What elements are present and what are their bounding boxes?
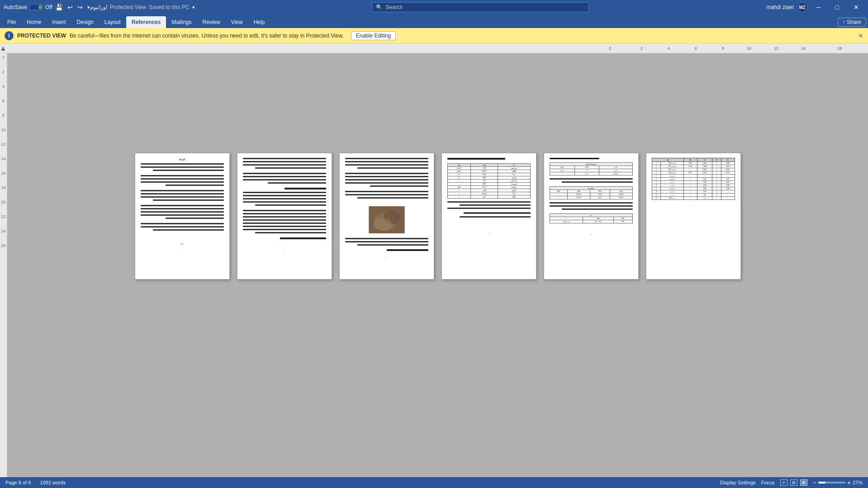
enable-editing-button[interactable]: Enable Editing — [351, 31, 396, 40]
page-5[interactable]: خصوصیات فیزیکی چگالی18.97g/cm³ سختی6موس … — [544, 153, 639, 280]
close-button[interactable]: ✕ — [848, 0, 864, 14]
page2-number: ۲ — [243, 249, 326, 251]
page3-footer-text — [387, 249, 428, 251]
tab-layout[interactable]: Layout — [99, 16, 126, 28]
page-6-content: A B C D E 1اورانیوم-2340.0052.46e5α4.858… — [646, 153, 740, 279]
page1-number: ۱ — [141, 246, 224, 248]
user-name: mahdi ziaei — [766, 4, 794, 10]
ruler-marker-14: 14 — [801, 46, 806, 51]
focus[interactable]: Focus — [761, 480, 775, 485]
zoom-control: − + 27% — [813, 479, 863, 486]
title-bar-right: mahdi ziaei MZ ─ □ ✕ — [766, 0, 864, 14]
tab-references[interactable]: References — [126, 16, 166, 28]
page-2[interactable]: ۲ — [237, 153, 332, 280]
display-settings[interactable]: Display Settings — [720, 480, 756, 485]
horizontal-ruler: ▲ 18 14 12 10 8 6 4 2 2 — [0, 43, 868, 53]
status-bar: Page 6 of 6 1092 words Display Settings … — [0, 477, 868, 488]
bold-heading — [285, 188, 326, 190]
ruler-marker-4: 4 — [668, 46, 670, 51]
status-bar-right: Display Settings Focus ≡ ⊞ ⊠ − + 27% — [720, 479, 863, 486]
protected-view-bar: i PROTECTED VIEW Be careful—files from t… — [0, 28, 868, 43]
search-icon: 🔍 — [376, 4, 383, 10]
autosave-state: Off — [45, 4, 52, 10]
protected-icon: i — [5, 31, 14, 40]
ruler-marker-10: 10 — [747, 46, 751, 51]
search-area: 🔍 Search — [195, 2, 766, 12]
user-initials: MZ — [799, 5, 805, 10]
share-button[interactable]: ↑ Share — [838, 18, 866, 27]
page6-number: ۶ — [652, 205, 735, 208]
bold-heading2 — [280, 237, 326, 239]
ruler-marker-2: 2 — [640, 46, 643, 51]
doc-filename: اورانیوم — [90, 4, 107, 10]
page5-table1: خصوصیات فیزیکی چگالی18.97g/cm³ سختی6موس … — [550, 162, 633, 175]
title-bar: AutoSave Off 💾 ↩ ↪ ▾ اورانیوم Protected … — [0, 0, 868, 14]
tab-home[interactable]: Home — [21, 16, 47, 28]
autosave-control[interactable]: AutoSave Off — [4, 4, 52, 10]
maximize-button[interactable]: □ — [830, 0, 844, 14]
page-1[interactable]: ابزارها — [135, 153, 230, 280]
page4-title — [447, 158, 506, 160]
protected-label: PROTECTED VIEW — [17, 33, 66, 39]
page3-number: ۳ — [345, 256, 428, 259]
quick-access-toolbar: 💾 ↩ ↪ ▾ — [55, 4, 90, 11]
undo-icon[interactable]: ↩ — [67, 4, 73, 11]
page-6[interactable]: A B C D E 1اورانیوم-2340.0052.46e5α4.858… — [646, 153, 741, 280]
zoom-slider-fill — [818, 482, 825, 483]
autosave-knob — [38, 5, 42, 9]
page5-table3: انرژی MeVJoule— 2003.2×10⁻¹¹هر شکافت — [550, 213, 633, 223]
tab-mailings[interactable]: Mailings — [166, 16, 197, 28]
minimize-button[interactable]: ─ — [811, 0, 826, 14]
share-icon: ↑ — [843, 19, 845, 25]
page1-title: ابزارها — [141, 158, 224, 161]
page5-table2: ایزوتوپ‌ها 234U235U238U236U 0.005%0.72%9… — [550, 186, 633, 199]
page6-table: A B C D E 1اورانیوم-2340.0052.46e5α4.858… — [652, 158, 735, 200]
ruler-marker-8: 8 — [722, 46, 724, 51]
protected-close-icon[interactable]: ✕ — [858, 32, 863, 39]
title-bar-left: AutoSave Off 💾 ↩ ↪ ▾ — [4, 4, 90, 11]
main-area: 2 2 4 6 8 10 12 14 16 18 20 22 24 26 ابز… — [0, 53, 868, 477]
page4-table1: نام مقدار واحد اورانیوم238g/mol چگالی18.… — [447, 163, 531, 199]
ruler-marker-12: 12 — [774, 46, 778, 51]
save-icon[interactable]: 💾 — [55, 4, 63, 11]
page-2-content: ۲ — [237, 153, 332, 279]
tab-review[interactable]: Review — [197, 16, 226, 28]
page-3-content: ۳ — [340, 153, 434, 279]
page3-image — [369, 206, 405, 233]
ruler-numbers: 18 14 12 10 8 6 4 2 2 — [4, 43, 864, 53]
view-icons: ≡ ⊞ ⊠ — [780, 479, 807, 486]
tab-help[interactable]: Help — [248, 16, 270, 28]
redo-icon[interactable]: ↪ — [77, 4, 83, 11]
tab-design[interactable]: Design — [71, 16, 99, 28]
tab-file[interactable]: File — [2, 16, 21, 28]
svg-point-3 — [374, 218, 392, 231]
page4-number: ۴ — [447, 233, 531, 235]
share-label: Share — [847, 19, 861, 25]
print-layout-view[interactable]: ≡ — [780, 479, 787, 486]
uranium-image-svg — [369, 206, 404, 233]
page-1-content: ابزارها — [135, 153, 229, 279]
page-3[interactable]: ۳ — [339, 153, 434, 280]
word-count: 1092 words — [40, 480, 66, 485]
page-4[interactable]: نام مقدار واحد اورانیوم238g/mol چگالی18.… — [441, 153, 536, 280]
zoom-out-button[interactable]: − — [813, 479, 816, 486]
ribbon-tabs: File Home Insert Design Layout Reference… — [0, 14, 868, 28]
search-box[interactable]: 🔍 Search — [372, 2, 589, 12]
doc-save-status: Saved to this PC — [149, 4, 189, 10]
ruler-marker-18: 18 — [837, 46, 842, 51]
page3-image-area — [345, 204, 428, 235]
tab-insert[interactable]: Insert — [47, 16, 71, 28]
ruler-marker-2b: 2 — [609, 46, 611, 51]
web-layout-view[interactable]: ⊞ — [790, 479, 797, 486]
tab-view[interactable]: View — [226, 16, 248, 28]
zoom-slider[interactable] — [818, 482, 845, 483]
doc-title-area: اورانیوم Protected View Saved to this PC… — [90, 4, 195, 10]
autosave-toggle[interactable] — [29, 4, 43, 10]
document-canvas: ابزارها — [7, 53, 868, 477]
zoom-in-button[interactable]: + — [847, 479, 851, 486]
page-4-content: نام مقدار واحد اورانیوم238g/mol چگالی18.… — [442, 153, 536, 279]
protected-message: Be careful—files from the Internet can c… — [70, 33, 344, 39]
user-avatar[interactable]: MZ — [797, 2, 807, 12]
page-row: ابزارها — [135, 153, 741, 280]
thumbnail-view[interactable]: ⊠ — [800, 479, 807, 486]
